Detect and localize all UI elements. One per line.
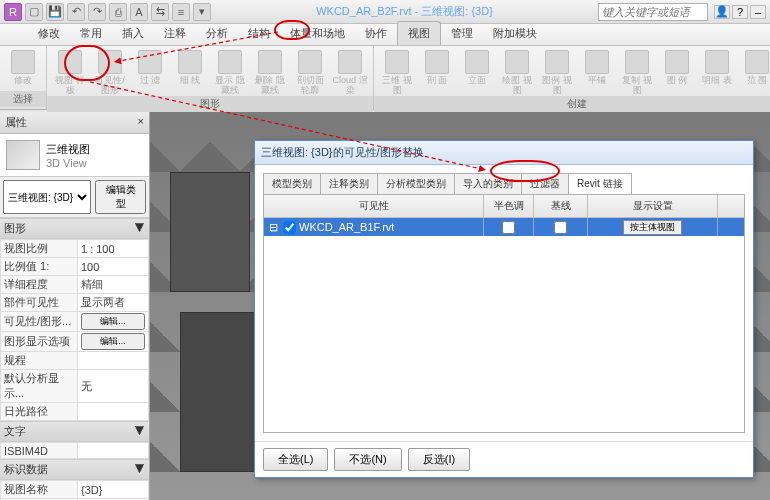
property-group-header[interactable]: 图形⯆ [0, 218, 149, 239]
ribbon-button[interactable]: Cloud 渲染 [331, 48, 369, 96]
properties-close-icon[interactable]: × [138, 115, 144, 130]
property-value[interactable] [77, 403, 148, 421]
minimize-icon[interactable]: – [750, 5, 766, 19]
tab-modify[interactable]: 修改 [28, 22, 70, 45]
instance-selector[interactable]: 三维视图: {3D} [3, 180, 91, 214]
ribbon-button[interactable]: 平铺 [578, 48, 616, 86]
property-row: ISBIM4D [1, 443, 149, 459]
tab-massing[interactable]: 体量和场地 [280, 22, 355, 45]
ribbon-button[interactable]: 图例 视图 [538, 48, 576, 96]
column-header[interactable]: 半色调 [484, 195, 534, 217]
underlay-checkbox[interactable] [554, 221, 567, 234]
qat-redo-icon[interactable]: ↷ [88, 3, 106, 21]
qat-save-icon[interactable]: 💾 [46, 3, 64, 21]
ribbon-button[interactable]: 修改 [4, 48, 42, 86]
qat-more-icon[interactable]: ▾ [193, 3, 211, 21]
app-menu-button[interactable]: R [4, 3, 22, 21]
ribbon-button-label: 图 例 [667, 76, 688, 86]
property-key: ISBIM4D [1, 443, 78, 459]
type-selector[interactable]: 三维视图 3D View [0, 134, 149, 177]
property-value[interactable]: 编辑... [77, 332, 148, 352]
select-none-button[interactable]: 不选(N) [334, 448, 401, 471]
property-value[interactable] [77, 352, 148, 370]
properties-scroll[interactable]: 图形⯆视图比例1 : 100比例值 1:100详细程度精细部件可见性显示两者可见… [0, 218, 149, 500]
column-header[interactable]: 基线 [534, 195, 588, 217]
ribbon-button[interactable]: 范 围 [738, 48, 770, 86]
ribbon-button[interactable]: 细 线 [171, 48, 209, 86]
ribbon-button[interactable]: 剖切面 轮廓 [291, 48, 329, 96]
help-icon[interactable]: ? [732, 5, 748, 19]
property-table: ISBIM4D [0, 442, 149, 459]
panel-name: 创建 [374, 96, 770, 112]
dialog-tab[interactable]: 分析模型类别 [377, 173, 455, 194]
dialog-tab[interactable]: Revit 链接 [568, 173, 632, 194]
column-header[interactable]: 显示设置 [588, 195, 718, 217]
visibility-checkbox[interactable] [283, 221, 296, 234]
properties-palette: 属性× 三维视图 3D View 三维视图: {3D} 编辑类型 图形⯆视图比例… [0, 112, 150, 500]
signin-icon[interactable]: 👤 [714, 5, 730, 19]
property-value[interactable]: {3D} [77, 481, 148, 499]
ribbon-button[interactable]: 三维 视图 [378, 48, 416, 96]
property-value[interactable]: 无 [77, 370, 148, 403]
tab-home[interactable]: 常用 [70, 22, 112, 45]
qat-text-icon[interactable]: A [130, 3, 148, 21]
edit-type-button[interactable]: 编辑类型 [95, 180, 146, 214]
ribbon-button[interactable]: 删除 隐藏线 [251, 48, 289, 96]
qat-open-icon[interactable]: ▢ [25, 3, 43, 21]
tab-manage[interactable]: 管理 [441, 22, 483, 45]
link-row[interactable]: ⊟WKCD_AR_B1F.rvt按主体视图 [264, 218, 744, 236]
ribbon-button-label: 三维 视图 [378, 76, 416, 96]
select-all-button[interactable]: 全选(L) [263, 448, 328, 471]
tab-structure[interactable]: 结构 [238, 22, 280, 45]
dialog-tab[interactable]: 导入的类别 [454, 173, 522, 194]
ribbon-button-label: 剖切面 轮廓 [291, 76, 329, 96]
ribbon-button[interactable]: 明细 表 [698, 48, 736, 86]
dialog-tab[interactable]: 注释类别 [320, 173, 378, 194]
property-edit-button[interactable]: 编辑... [81, 333, 145, 350]
property-value[interactable]: 1 : 100 [77, 240, 148, 258]
tab-collaborate[interactable]: 协作 [355, 22, 397, 45]
ribbon-button[interactable]: 显示 隐藏线 [211, 48, 249, 96]
qat-print-icon[interactable]: ⎙ [109, 3, 127, 21]
column-header[interactable]: 可见性 [264, 195, 484, 217]
invert-selection-button[interactable]: 反选(I) [408, 448, 470, 471]
property-group-header[interactable]: 标识数据⯆ [0, 459, 149, 480]
ribbon-button-icon [258, 50, 282, 74]
qat-sync-icon[interactable]: ⇆ [151, 3, 169, 21]
halftone-checkbox[interactable] [502, 221, 515, 234]
qat-measure-icon[interactable]: ≡ [172, 3, 190, 21]
ribbon-button[interactable]: 绘图 视图 [498, 48, 536, 96]
dialog-tab[interactable]: 过滤器 [521, 173, 569, 194]
property-group-header[interactable]: 文字⯆ [0, 421, 149, 442]
window-title: WKCD_AR_B2F.rvt - 三维视图: {3D} [211, 4, 598, 19]
property-row: 规程 [1, 352, 149, 370]
ribbon-button[interactable]: 立面 [458, 48, 496, 86]
tab-annotate[interactable]: 注释 [154, 22, 196, 45]
tab-analyze[interactable]: 分析 [196, 22, 238, 45]
property-edit-button[interactable]: 编辑... [81, 313, 145, 330]
ribbon-button[interactable]: 视图 样板 [51, 48, 89, 96]
ribbon-panel: 三维 视图剖 面立面绘图 视图图例 视图平铺复制 视图图 例明细 表范 围创建 [374, 46, 770, 109]
ribbon-button[interactable]: 复制 视图 [618, 48, 656, 96]
display-settings-button[interactable]: 按主体视图 [623, 220, 682, 235]
ribbon-button-icon [425, 50, 449, 74]
tab-view[interactable]: 视图 [397, 21, 441, 45]
ribbon-button[interactable]: 剖 面 [418, 48, 456, 86]
property-value[interactable]: 显示两者 [77, 294, 148, 312]
ribbon-button[interactable]: 可见性/ 图形 [91, 48, 129, 96]
ribbon-button-icon [178, 50, 202, 74]
ribbon-button[interactable]: 图 例 [658, 48, 696, 86]
property-value[interactable] [77, 443, 148, 459]
property-value[interactable]: 编辑... [77, 312, 148, 332]
view-type-name: 三维视图 [46, 142, 90, 157]
tab-addins[interactable]: 附加模块 [483, 22, 547, 45]
dialog-tab[interactable]: 模型类别 [263, 173, 321, 194]
help-search-input[interactable] [598, 3, 708, 21]
ribbon-button-label: 范 围 [747, 76, 768, 86]
tab-insert[interactable]: 插入 [112, 22, 154, 45]
ribbon-button[interactable]: 过 滤 [131, 48, 169, 86]
property-value[interactable]: 100 [77, 258, 148, 276]
property-value[interactable]: 精细 [77, 276, 148, 294]
qat-undo-icon[interactable]: ↶ [67, 3, 85, 21]
property-key: 详细程度 [1, 276, 78, 294]
